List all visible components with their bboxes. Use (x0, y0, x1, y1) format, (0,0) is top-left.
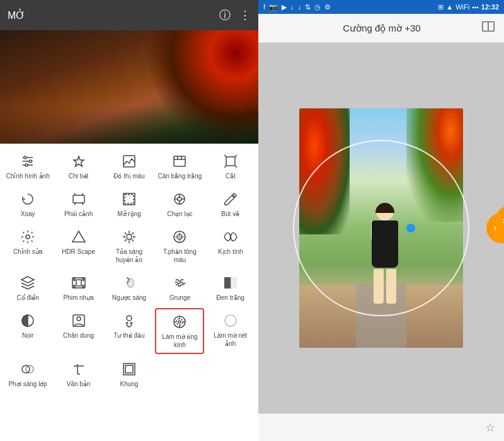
tool-hdr-scape[interactable]: HDR Scape (54, 224, 103, 268)
blur-control-dot[interactable] (406, 224, 415, 232)
chi-tiet-icon (71, 152, 86, 170)
svg-marker-6 (74, 156, 84, 166)
statusbar-time: 12:32 (481, 3, 499, 11)
right-toolbar: Cường độ mờ +30 (258, 14, 504, 43)
toa-sang-label: Tỏa sáng huyền ảo (107, 248, 151, 264)
kich-tinh-label: Kịch tính (218, 248, 243, 256)
left-panel: MỞ ⓘ ⋮ Chỉnh hình ảnh Chi tiết (0, 0, 258, 441)
tool-den-trang[interactable]: Đen trắng (206, 270, 255, 306)
photo-container (299, 108, 463, 348)
tool-cat[interactable]: Cắt (206, 149, 255, 184)
t-phan-tong-mau-icon (172, 228, 187, 246)
tool-kich-tinh[interactable]: Kịch tính (206, 224, 255, 268)
tool-co-dien[interactable]: Cổ điển (3, 270, 52, 306)
tool-can-bang-trang[interactable]: Cân bằng trắng (155, 149, 204, 184)
photo-background (299, 108, 463, 348)
chon-loc-icon (172, 190, 187, 208)
svg-point-3 (24, 156, 26, 159)
chan-dung-icon (71, 312, 86, 329)
tool-but-ve[interactable]: Bút vẽ (206, 186, 255, 222)
svg-rect-37 (76, 280, 81, 286)
svg-rect-18 (125, 195, 134, 203)
statusbar-battery-icon: ▪▪▪ (472, 4, 479, 11)
tools-row-6: Phơi sáng lớp Văn bản Khung (3, 357, 256, 392)
den-trang-icon (223, 274, 238, 292)
tool-chon-loc[interactable]: Chọn lọc (155, 186, 204, 222)
tool-chinh-hinh[interactable]: Chỉnh hình ảnh (3, 149, 52, 184)
tool-phoi-canh[interactable]: Phối cảnh (54, 186, 103, 222)
tool-t-phan-tong-mau[interactable]: T.phần tông màu (155, 224, 204, 268)
person-leg-left (374, 269, 384, 304)
tool-toa-sang[interactable]: Tỏa sáng huyền ảo (105, 224, 154, 268)
tool-xoay[interactable]: Xoay (3, 186, 52, 222)
grunge-icon (172, 274, 187, 292)
statusbar-signal-icon: ▲ (446, 3, 453, 11)
svg-point-38 (127, 278, 134, 287)
tool-chinh-sua[interactable]: Chỉnh sửa (3, 224, 52, 268)
svg-rect-34 (74, 285, 75, 288)
svg-point-28 (127, 234, 132, 239)
tools-row-3: Chỉnh sửa HDR Scape Tỏa sáng huyền ảo T.… (3, 224, 256, 268)
chinh-hinh-icon (20, 152, 35, 170)
statusbar-transfer-icon: ⇅ (305, 3, 311, 11)
tool-phim-nhua[interactable]: Phim nhựa (54, 270, 103, 306)
tool-tu-the-dau[interactable]: Tư thế đầu (105, 308, 154, 354)
tool-noir[interactable]: Noir (3, 308, 52, 354)
tools-row-2: Xoay Phối cảnh Mở rộng Chọn lọc (3, 186, 256, 222)
person-leg-right (386, 269, 396, 304)
phoi-canh-label: Phối cảnh (64, 210, 93, 218)
statusbar-right: ⊞ ▲ WiFi ▪▪▪ 12:32 (438, 3, 499, 11)
phoi-sang-lop-label: Phơi sáng lớp (8, 380, 47, 388)
svg-rect-17 (73, 195, 84, 203)
bottom-bar: ☆ (258, 413, 504, 441)
compare-icon[interactable] (481, 20, 495, 37)
person-body (372, 220, 398, 268)
den-trang-label: Đen trắng (217, 294, 244, 302)
chinh-sua-label: Chỉnh sửa (13, 248, 42, 256)
info-icon[interactable]: ⓘ (219, 8, 231, 23)
bookmark-icon[interactable]: ☆ (485, 421, 495, 435)
tool-van-ban[interactable]: Văn bản (54, 357, 103, 392)
tool-mo-rong[interactable]: Mở rộng (105, 186, 154, 222)
tool-chan-dung[interactable]: Chân dung (54, 308, 103, 354)
svg-rect-35 (83, 278, 84, 280)
tool-grunge[interactable]: Grunge (155, 270, 204, 306)
tree-left (299, 108, 350, 234)
chi-tiet-label: Chi tiết (69, 172, 89, 180)
phim-nhua-label: Phim nhựa (63, 294, 93, 302)
mo-rong-icon (122, 190, 137, 208)
tool-nguoc-sang[interactable]: Ngược sáng (105, 270, 154, 306)
more-options-icon[interactable]: ⋮ (239, 8, 251, 22)
chinh-sua-icon (20, 228, 35, 246)
tool-phoi-sang-lop[interactable]: Phơi sáng lớp (3, 357, 52, 392)
statusbar-dl2-icon: ↓ (298, 3, 302, 11)
statusbar: f 📷 ▶ ↓ ↓ ⇅ ◷ ⚙ ⊞ ▲ WiFi ▪▪▪ 12:32 (258, 0, 504, 14)
left-header-icons: ⓘ ⋮ (219, 8, 251, 23)
svg-point-46 (176, 319, 183, 325)
phim-nhua-icon (71, 274, 86, 292)
preview-dark-overlay (0, 106, 258, 144)
person-legs (366, 269, 404, 304)
cat-icon (223, 152, 238, 170)
do-thi-mau-label: Đồ thị màu (113, 172, 145, 180)
svg-point-43 (77, 317, 81, 321)
tu-the-dau-label: Tư thế đầu (113, 331, 144, 340)
chon-loc-label: Chọn lọc (167, 210, 192, 218)
svg-line-13 (224, 155, 226, 157)
tool-lam-mo-ong-kinh[interactable]: Làm mờ ống kính (155, 308, 204, 354)
lam-mo-net-anh-label: Làm mờ nét ảnh (209, 331, 253, 348)
tool-do-thi-mau[interactable]: Đồ thị màu (105, 149, 154, 184)
xoay-label: Xoay (21, 210, 35, 218)
person-hair (375, 203, 394, 213)
chan-dung-label: Chân dung (63, 331, 94, 340)
tool-chi-tiet[interactable]: Chi tiết (54, 149, 103, 184)
tool-khung[interactable]: Khung (105, 357, 154, 392)
tool-lam-mo-net-anh[interactable]: Làm mờ nét ảnh (206, 308, 255, 354)
nguoc-sang-icon (122, 274, 137, 292)
co-dien-label: Cổ điển (17, 294, 39, 302)
tools-grid: Chỉnh hình ảnh Chi tiết Đồ thị màu Cân b… (0, 144, 258, 441)
svg-rect-8 (174, 156, 185, 166)
statusbar-yt-icon: ▶ (282, 3, 287, 11)
tools-row-1: Chỉnh hình ảnh Chi tiết Đồ thị màu Cân b… (3, 149, 256, 184)
statusbar-wifi-icon: WiFi (455, 3, 469, 11)
